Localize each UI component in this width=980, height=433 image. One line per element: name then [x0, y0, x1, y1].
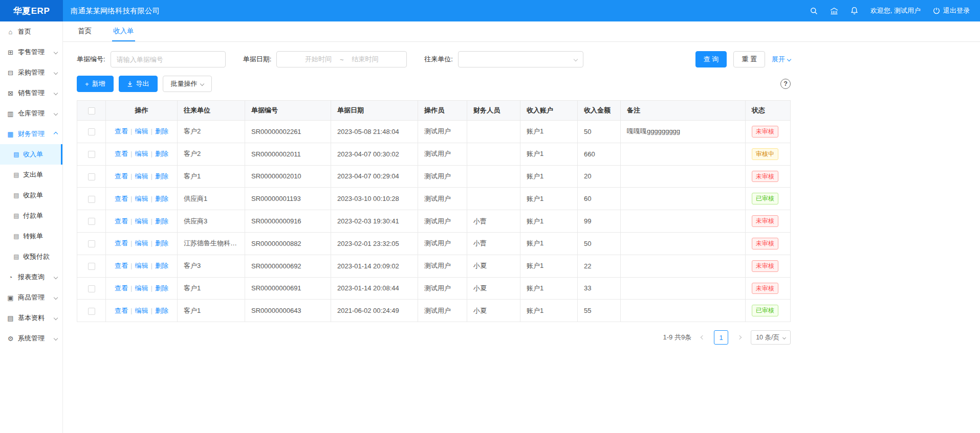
- top-bar: 华夏ERP 南通某某网络科技有限公司 欢迎您, 测试用户 退出登录: [0, 0, 980, 21]
- view-link[interactable]: 查看: [115, 172, 128, 180]
- chevron-down-icon: [54, 276, 57, 279]
- reset-button[interactable]: 重 置: [733, 51, 765, 67]
- status-cell: 未审核: [746, 121, 791, 143]
- finance-person-cell: 小夏: [467, 277, 520, 300]
- sidebar-item-goods[interactable]: ▣ 商品管理: [0, 287, 62, 308]
- delete-link[interactable]: 删除: [155, 127, 168, 135]
- batch-actions-button[interactable]: 批量操作: [163, 76, 212, 92]
- row-checkbox[interactable]: [88, 263, 95, 270]
- view-link[interactable]: 查看: [115, 127, 128, 135]
- sidebar-item-reports[interactable]: ◔ 报表查询: [0, 267, 62, 287]
- bill-date-cell: 2023-04-07 00:30:02: [331, 143, 418, 165]
- status-badge: 未审核: [752, 260, 778, 272]
- edit-link[interactable]: 编辑: [135, 239, 148, 247]
- help-icon[interactable]: ?: [780, 79, 791, 89]
- export-button[interactable]: 导出: [119, 76, 158, 92]
- search-button[interactable]: 查 询: [695, 51, 727, 67]
- sidebar-item-home[interactable]: ⌂ 首页: [0, 21, 62, 42]
- status-badge: 已审核: [752, 193, 778, 204]
- view-link[interactable]: 查看: [115, 239, 128, 247]
- delete-link[interactable]: 删除: [155, 172, 168, 180]
- select-all-checkbox[interactable]: [88, 107, 95, 115]
- edit-link[interactable]: 编辑: [135, 195, 148, 202]
- date-range-picker[interactable]: 开始时间 ~ 结束时间: [276, 51, 407, 67]
- document-icon: ▤: [13, 171, 20, 178]
- row-checkbox[interactable]: [88, 128, 95, 135]
- sidebar-item-system[interactable]: ⚙ 系统管理: [0, 328, 62, 349]
- document-icon: ▤: [13, 253, 20, 260]
- view-link[interactable]: 查看: [115, 217, 128, 225]
- sidebar-item-finance[interactable]: ▦ 财务管理: [0, 124, 62, 144]
- delete-link[interactable]: 删除: [155, 284, 168, 292]
- submenu-item[interactable]: ▤ 付款单: [0, 206, 62, 226]
- next-page-button[interactable]: [733, 330, 746, 345]
- logout-button[interactable]: 退出登录: [933, 6, 970, 15]
- row-checkbox[interactable]: [88, 151, 95, 158]
- partner-select[interactable]: [458, 51, 583, 67]
- edit-link[interactable]: 编辑: [135, 172, 148, 180]
- operation-cell: 查看|编辑|删除: [106, 188, 178, 210]
- partner-cell: 江苏德鲁生物科技有限...: [178, 232, 245, 255]
- edit-link[interactable]: 编辑: [135, 217, 148, 225]
- income-account-cell: 账户1: [520, 121, 578, 143]
- prev-page-button[interactable]: [696, 330, 709, 345]
- row-checkbox[interactable]: [88, 173, 95, 180]
- sidebar-item-warehouse[interactable]: ▥ 仓库管理: [0, 103, 62, 124]
- tab-home[interactable]: 首页: [77, 21, 93, 41]
- row-checkbox[interactable]: [88, 196, 95, 203]
- bill-number-cell: SR00000000643: [245, 300, 331, 322]
- view-link[interactable]: 查看: [115, 195, 128, 202]
- bill-number-input[interactable]: [111, 51, 226, 67]
- operation-cell: 查看|编辑|删除: [106, 277, 178, 300]
- submenu-item[interactable]: ▤ 收款单: [0, 185, 62, 206]
- view-link[interactable]: 查看: [115, 150, 128, 157]
- col-partner: 往来单位: [178, 101, 245, 121]
- sidebar-item-sales[interactable]: ⊠ 销售管理: [0, 83, 62, 103]
- report-icon: ◔: [7, 274, 14, 281]
- page-size-select[interactable]: 10 条/页: [751, 330, 791, 345]
- delete-link[interactable]: 删除: [155, 195, 168, 202]
- sidebar-item-basic-data[interactable]: ▤ 基本资料: [0, 308, 62, 328]
- logout-icon: [933, 7, 940, 14]
- edit-link[interactable]: 编辑: [135, 127, 148, 135]
- remark-cell: [621, 165, 746, 188]
- edit-link[interactable]: 编辑: [135, 150, 148, 157]
- view-link[interactable]: 查看: [115, 307, 128, 314]
- edit-link[interactable]: 编辑: [135, 307, 148, 314]
- delete-link[interactable]: 删除: [155, 262, 168, 269]
- bill-date-cell: 2023-03-10 00:10:28: [331, 188, 418, 210]
- company-name: 南通某某网络科技有限公司: [71, 6, 160, 16]
- expand-link[interactable]: 展开: [772, 55, 791, 64]
- view-link[interactable]: 查看: [115, 262, 128, 269]
- basic-data-icon: ▤: [7, 314, 14, 322]
- submenu-item[interactable]: ▤ 收预付款: [0, 246, 62, 267]
- sidebar-item-purchase[interactable]: ⊟ 采购管理: [0, 62, 62, 83]
- edit-link[interactable]: 编辑: [135, 284, 148, 292]
- delete-link[interactable]: 删除: [155, 217, 168, 225]
- user-menu[interactable]: 欢迎您, 测试用户: [870, 6, 921, 15]
- submenu-item[interactable]: ▤ 转账单: [0, 226, 62, 246]
- platform-icon[interactable]: [830, 7, 838, 15]
- tab-income-bill[interactable]: 收入单: [112, 21, 135, 41]
- row-checkbox[interactable]: [88, 218, 95, 225]
- delete-link[interactable]: 删除: [155, 150, 168, 157]
- income-account-cell: 账户1: [520, 210, 578, 233]
- search-icon[interactable]: [810, 7, 818, 15]
- submenu-item[interactable]: ▤ 收入单: [0, 144, 62, 165]
- income-bill-table: 操作 往来单位 单据编号 单据日期 操作员 财务人员 收入账户 收入金额 备注 …: [77, 100, 791, 322]
- row-checkbox[interactable]: [88, 285, 95, 292]
- add-button[interactable]: + 新增: [77, 76, 114, 92]
- current-page-button[interactable]: 1: [714, 330, 728, 345]
- table-row: 查看|编辑|删除 供应商3 SR00000000916 2023-02-03 1…: [77, 210, 791, 233]
- delete-link[interactable]: 删除: [155, 307, 168, 314]
- row-checkbox[interactable]: [88, 240, 95, 247]
- operation-cell: 查看|编辑|删除: [106, 165, 178, 188]
- bill-date-cell: 2023-02-03 19:30:41: [331, 210, 418, 233]
- sidebar-item-retail[interactable]: ⊞ 零售管理: [0, 42, 62, 62]
- notification-bell-icon[interactable]: [851, 7, 858, 15]
- edit-link[interactable]: 编辑: [135, 262, 148, 269]
- submenu-item[interactable]: ▤ 支出单: [0, 165, 62, 185]
- row-checkbox[interactable]: [88, 308, 95, 315]
- delete-link[interactable]: 删除: [155, 239, 168, 247]
- view-link[interactable]: 查看: [115, 284, 128, 292]
